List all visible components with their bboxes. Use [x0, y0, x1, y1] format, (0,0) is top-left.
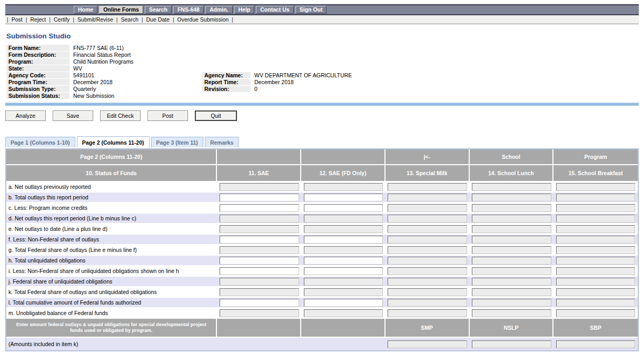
nav-search[interactable]: Search	[145, 6, 172, 14]
meta-value-revision: 0	[251, 86, 639, 92]
cell-g-col12	[301, 246, 385, 254]
cell-d-col11	[217, 215, 301, 223]
cell-c-col15	[553, 204, 638, 212]
row-label-i: i. Less: Non-Federal share of unliquidat…	[6, 268, 217, 274]
input-i-col12[interactable]	[304, 267, 383, 275]
cell-f-col15	[553, 236, 638, 244]
input-e-col13	[388, 225, 467, 233]
input-h-col15	[556, 257, 636, 265]
quit-button[interactable]: Quit	[195, 110, 237, 121]
input-j-col13	[388, 278, 467, 286]
input-c-col11[interactable]	[220, 204, 299, 212]
meta-value-program: Child Nutrition Programs	[70, 58, 639, 65]
tab-page-2-columns-11-20[interactable]: Page 2 (Columns 11-20)	[77, 136, 150, 147]
menu-due-date[interactable]: Due Date	[146, 16, 170, 23]
menu-post[interactable]: Post	[12, 16, 23, 23]
input-i-col11[interactable]	[220, 267, 299, 275]
input-m-col13	[388, 309, 467, 317]
menu-separator: |	[7, 16, 8, 23]
cell-b-col12	[301, 194, 385, 201]
input-f-col11[interactable]	[220, 236, 299, 244]
grid-footer-header-row: Enter amount federal outlays & unpaid ob…	[6, 319, 638, 338]
cell-i-col14	[470, 267, 554, 275]
grid-header2-col-15-school-breakfast: 15. School Breakfast	[553, 165, 638, 181]
meta-value-agency-code: 5491101	[70, 72, 202, 78]
cell-g-col11	[217, 246, 301, 254]
cell-l-col12	[301, 299, 385, 307]
input-c-col15	[556, 204, 636, 212]
input-m-col11	[220, 309, 299, 317]
input-l-col12[interactable]	[304, 299, 383, 307]
nav-home[interactable]: Home	[74, 6, 97, 14]
input-h-col12[interactable]	[304, 257, 383, 265]
meta-label-agency-name: Agency Name:	[202, 72, 251, 78]
grid-footer-header-col-smp: SMP	[385, 319, 470, 337]
nav-sign-out[interactable]: Sign Out	[295, 6, 327, 14]
menubar: |Post|Reject|Certify|Submit/Revise|Searc…	[5, 15, 639, 24]
nav-admin[interactable]: Admin.	[205, 6, 233, 14]
analyze-button[interactable]: Analyze	[5, 110, 46, 121]
cell-a-col11	[217, 183, 301, 191]
menu-overdue-submission[interactable]: Overdue Submission	[177, 16, 229, 23]
tab-page-3-item-11[interactable]: Page 3 (Item 11)	[151, 137, 203, 147]
row-label-l: l. Total cumulative amount of Federal fu…	[6, 299, 217, 306]
nav-online-forms[interactable]: Online Forms	[99, 6, 143, 14]
row-label-k: k. Total Federal share of outlays and un…	[6, 289, 217, 295]
input-g-col12	[304, 246, 383, 254]
cell-j-col14	[470, 278, 554, 286]
cell-k-col11	[217, 288, 301, 296]
grid-footer-header-col-nslp: NSLP	[470, 319, 554, 337]
input-b-col12[interactable]	[304, 194, 383, 201]
menu-reject[interactable]: Reject	[30, 16, 46, 23]
row-label-a: a. Net outlays previously reported	[6, 184, 217, 190]
cell-d-col15	[553, 215, 638, 223]
meta-row: Agency Code:5491101Agency Name:WV DEPART…	[6, 72, 639, 78]
input-g-col13	[388, 246, 467, 254]
input-f-col12[interactable]	[304, 236, 383, 244]
input-k-col11	[220, 288, 299, 296]
cell-e-col13	[385, 225, 470, 233]
input-b-col11[interactable]	[220, 194, 299, 201]
cell-k-col14	[470, 288, 554, 296]
nav-fns-648[interactable]: FNS-648	[173, 6, 204, 14]
input-a-col13	[388, 183, 467, 191]
input-c-col12[interactable]	[304, 204, 383, 212]
cell-k-col12	[301, 288, 385, 296]
input-f-col14	[472, 236, 551, 244]
input-b-col13	[388, 194, 467, 201]
row-label-amounts: (Amounts included in item k)	[6, 341, 217, 347]
input-b-col14	[472, 194, 551, 201]
cell-k-col15	[553, 288, 638, 296]
blue-divider-bar	[5, 103, 639, 106]
input-i-col13	[388, 267, 467, 275]
save-button[interactable]: Save	[53, 110, 93, 121]
tab-remarks[interactable]: Remarks	[205, 137, 239, 147]
input-a-col11	[220, 183, 299, 191]
tab-page-1-columns-1-10[interactable]: Page 1 (Columns 1-10)	[5, 137, 75, 147]
nav-help[interactable]: Help	[234, 6, 255, 14]
menu-search[interactable]: Search	[121, 16, 139, 23]
input-a-col12	[304, 183, 383, 191]
cell-b-col13	[385, 194, 470, 201]
edit-check-button[interactable]: Edit Check	[100, 110, 141, 121]
post-button[interactable]: Post	[147, 110, 188, 121]
menu-separator: |	[142, 16, 143, 23]
cell-l-col15	[553, 299, 638, 307]
nav-contact-us[interactable]: Contact Us	[256, 6, 293, 14]
input-e-col15	[556, 225, 636, 233]
grid-header2-col-11-sae: 11. SAE	[217, 165, 301, 181]
meta-label-program-time: Program Time:	[6, 79, 70, 85]
input-h-col11[interactable]	[220, 257, 299, 265]
cell-b-col14	[470, 194, 554, 201]
row-label-b: b. Total outlays this report period	[6, 194, 217, 200]
menu-submit-revise[interactable]: Submit/Revise	[77, 16, 113, 23]
cell-i-col13	[385, 267, 470, 275]
table-row-b: b. Total outlays this report period	[6, 193, 638, 203]
input-l-col11[interactable]	[220, 299, 299, 307]
form-grid: Page 2 (Columns 11-20)|<-SchoolProgram10…	[5, 148, 639, 351]
cell-h-col14	[470, 257, 554, 265]
menu-certify[interactable]: Certify	[54, 16, 70, 23]
table-row-a: a. Net outlays previously reported	[6, 182, 638, 193]
row-label-j: j. Federal share of unliquidated obligat…	[6, 278, 217, 285]
input-d-col11	[220, 215, 299, 223]
